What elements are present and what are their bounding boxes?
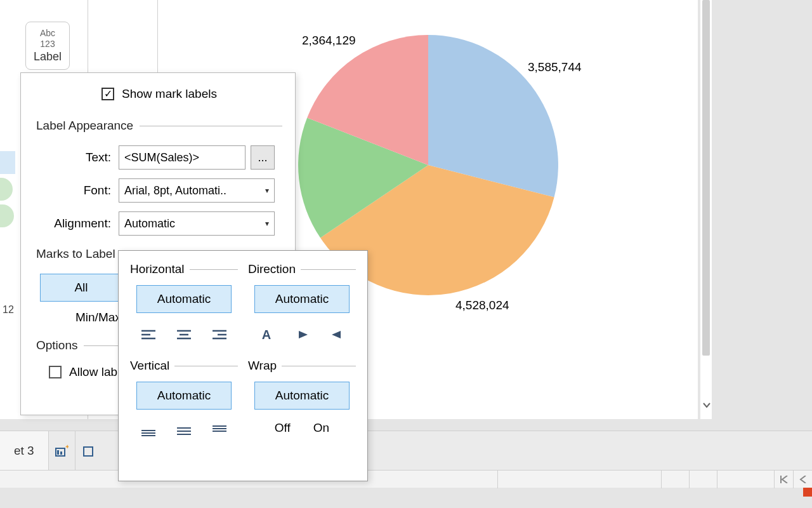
horizontal-automatic-button[interactable]: Automatic	[136, 285, 232, 313]
direction-right-icon[interactable]	[326, 325, 349, 344]
new-dashboard-icon[interactable]	[75, 431, 102, 471]
scroll-thumb[interactable]	[702, 0, 710, 356]
status-cell-wide	[497, 471, 661, 488]
allow-labels-checkbox[interactable]	[49, 366, 62, 378]
left-tiny-number: 12	[3, 304, 14, 316]
marks-label-button[interactable]: Abc 123 Label	[25, 22, 70, 70]
vertical-header: Vertical	[130, 359, 169, 373]
pie-slice-label-2: 4,528,024	[455, 298, 509, 312]
nums-glyph: 123	[40, 39, 55, 48]
direction-automatic-button[interactable]: Automatic	[254, 285, 350, 313]
direction-normal-icon[interactable]: A	[255, 325, 278, 344]
alignment-label: Alignment:	[36, 217, 119, 231]
allow-labels-text: Allow lab	[69, 365, 117, 379]
new-worksheet-icon[interactable]: ✦	[49, 431, 75, 471]
text-label: Text:	[36, 150, 119, 164]
svg-rect-4	[84, 447, 93, 456]
valign-top-icon[interactable]	[208, 422, 231, 441]
horizontal-header: Horizontal	[130, 262, 185, 276]
vertical-automatic-button[interactable]: Automatic	[136, 382, 232, 410]
section-marks-to-label: Marks to Label	[36, 247, 115, 261]
pie-slice-label-1: 3,585,744	[528, 60, 582, 74]
font-select[interactable]: Arial, 8pt, Automati.. ▾	[119, 178, 275, 203]
scroll-down-icon[interactable]	[700, 399, 713, 411]
align-right-icon[interactable]	[208, 325, 231, 344]
alignment-popout: Horizontal Automatic Vertical Automatic …	[118, 250, 368, 481]
align-left-icon[interactable]	[137, 325, 160, 344]
status-cell-1	[661, 471, 689, 488]
wrap-off[interactable]: Off	[275, 421, 291, 435]
direction-header: Direction	[248, 262, 296, 276]
abc-glyph: Abc	[40, 29, 55, 37]
wrap-on[interactable]: On	[313, 421, 329, 435]
nav-first-icon[interactable]	[774, 471, 793, 488]
font-label: Font:	[36, 184, 119, 197]
valign-middle-icon[interactable]	[173, 422, 195, 441]
align-center-icon[interactable]	[173, 325, 195, 344]
chevron-down-icon: ▾	[265, 219, 269, 228]
label-text: Label	[34, 50, 62, 64]
show-mark-labels-checkbox[interactable]: ✓	[102, 88, 114, 100]
sheet-tab-3[interactable]: et 3	[0, 431, 49, 471]
wrap-header: Wrap	[248, 359, 277, 373]
svg-rect-1	[57, 450, 59, 455]
status-cell-3	[717, 471, 774, 488]
section-appearance: Label Appearance	[36, 119, 133, 133]
resize-handle-icon[interactable]	[803, 488, 812, 497]
nav-prev-icon[interactable]	[793, 471, 812, 488]
svg-text:✦: ✦	[65, 444, 69, 450]
valign-bottom-icon[interactable]	[137, 422, 160, 441]
row-highlight	[0, 151, 15, 174]
show-mark-labels-label: Show mark labels	[122, 87, 217, 101]
wrap-automatic-button[interactable]: Automatic	[254, 382, 350, 410]
pie-slice-label-3: 2,364,129	[302, 34, 356, 48]
check-icon: ✓	[104, 89, 112, 99]
alignment-select[interactable]: Automatic ▾	[119, 211, 275, 236]
direction-left-icon[interactable]	[291, 325, 313, 344]
marks-all-button[interactable]: All	[40, 274, 122, 302]
svg-rect-2	[60, 451, 62, 455]
text-edit-button[interactable]: ...	[251, 145, 275, 170]
section-options: Options	[36, 338, 77, 352]
chevron-down-icon: ▾	[265, 186, 269, 195]
label-text-input[interactable]: <SUM(Sales)>	[119, 145, 246, 170]
status-cell-2	[689, 471, 717, 488]
